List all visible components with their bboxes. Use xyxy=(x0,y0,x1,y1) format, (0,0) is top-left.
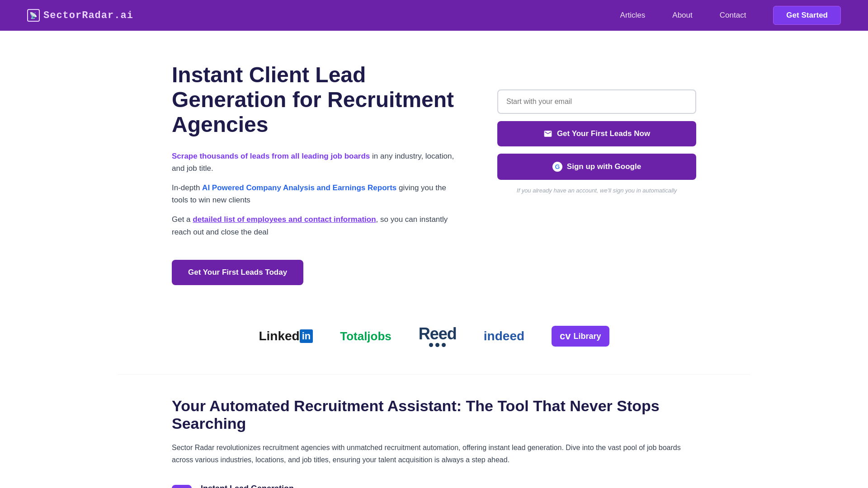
hero-desc-3-pre: Get a xyxy=(172,215,193,224)
linkedin-in: in xyxy=(300,329,313,343)
nav-articles[interactable]: Articles xyxy=(620,11,646,20)
lower-desc: Sector Radar revolutionizes recruitment … xyxy=(172,441,696,466)
mail-icon xyxy=(543,129,552,138)
hero-left: Instant Client Lead Generation for Recru… xyxy=(172,62,461,285)
nav-contact[interactable]: Contact xyxy=(720,11,746,20)
hero-desc-2-pre: In-depth xyxy=(172,183,202,192)
logo-icon: 📡 xyxy=(27,9,40,22)
navbar: 📡 SectorRadar.ai Articles About Contact … xyxy=(0,0,868,31)
hero-highlight-2: AI Powered Company Analysis and Earnings… xyxy=(202,183,396,192)
feature-instant-lead-gen: Instant Lead Generation Unlock the poten… xyxy=(172,484,696,488)
email-input[interactable] xyxy=(497,89,696,114)
hero-section: Instant Client Lead Generation for Recru… xyxy=(118,31,750,312)
feature-content: Instant Lead Generation Unlock the poten… xyxy=(201,484,696,488)
get-leads-button[interactable]: Get Your First Leads Now xyxy=(497,121,696,146)
feature-title: Instant Lead Generation xyxy=(201,484,696,488)
get-leads-label: Get Your First Leads Now xyxy=(557,129,650,138)
google-icon: G xyxy=(552,162,562,172)
linkedin-logo: Linkedin xyxy=(259,329,313,343)
lower-section: Your Automated Recruitment Assistant: Th… xyxy=(118,374,750,488)
cv-text: cv xyxy=(560,330,571,342)
reed-text: Reed xyxy=(419,326,457,342)
reed-dots xyxy=(429,343,446,347)
library-text: Library xyxy=(574,332,601,341)
logo-text: SectorRadar.ai xyxy=(43,10,133,21)
feature-icon-box xyxy=(172,485,192,488)
cvlibrary-logo: cv Library xyxy=(552,326,609,347)
hero-right-form: Get Your First Leads Now G Sign up with … xyxy=(497,62,696,285)
hero-highlight-1: Scrape thousands of leads from all leadi… xyxy=(172,152,370,160)
reed-logo: Reed xyxy=(419,326,457,347)
hero-desc-3: Get a detailed list of employees and con… xyxy=(172,213,461,238)
nav-links: Articles About Contact Get Started xyxy=(620,6,841,25)
hero-desc-1: Scrape thousands of leads from all leadi… xyxy=(172,150,461,174)
linkedin-text: Linked xyxy=(259,329,299,343)
form-note: If you already have an account, we'll si… xyxy=(497,187,696,194)
reed-dot-3 xyxy=(442,343,446,347)
hero-title: Instant Client Lead Generation for Recru… xyxy=(172,62,461,137)
indeed-logo: indeed xyxy=(484,329,524,343)
hero-desc-2: In-depth AI Powered Company Analysis and… xyxy=(172,182,461,206)
logos-section: Linkedin Totaljobs Reed indeed cv Librar… xyxy=(118,312,750,374)
google-signup-button[interactable]: G Sign up with Google xyxy=(497,154,696,180)
reed-dot-2 xyxy=(435,343,439,347)
indeed-text: indeed xyxy=(484,329,524,343)
google-signup-label: Sign up with Google xyxy=(567,162,641,171)
reed-dot-1 xyxy=(429,343,433,347)
nav-about[interactable]: About xyxy=(672,11,692,20)
logo[interactable]: 📡 SectorRadar.ai xyxy=(27,9,133,22)
totaljobs-logo: Totaljobs xyxy=(340,329,392,343)
totaljobs-text: Totaljobs xyxy=(340,329,392,343)
lower-title: Your Automated Recruitment Assistant: Th… xyxy=(172,397,696,432)
hero-highlight-3: detailed list of employees and contact i… xyxy=(193,215,376,224)
hero-cta-button[interactable]: Get Your First Leads Today xyxy=(172,260,303,285)
nav-get-started[interactable]: Get Started xyxy=(773,6,841,25)
